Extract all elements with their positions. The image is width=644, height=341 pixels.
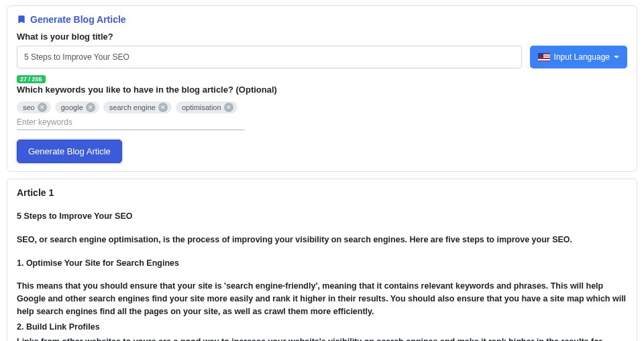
generate-button[interactable]: Generate Blog Article (17, 140, 122, 163)
article-heading: Article 1 (17, 187, 627, 198)
step1-body: This means that you should ensure that y… (17, 280, 627, 318)
keywords-label: Which keywords you like to have in the b… (17, 85, 627, 95)
char-counter: 27 / 255 (17, 75, 46, 83)
keywords-field[interactable]: seo ✕ google ✕ search engine ✕ optimisat… (17, 99, 245, 130)
title-label: What is your blog title? (17, 32, 627, 42)
input-language-button[interactable]: Input Language (530, 46, 627, 68)
flag-us-icon (538, 53, 550, 61)
generate-form-card: Generate Blog Article What is your blog … (7, 5, 637, 172)
bookmark-icon (17, 15, 26, 24)
card-title: Generate Blog Article (30, 14, 126, 25)
remove-keyword-icon[interactable]: ✕ (38, 103, 47, 112)
keywords-input[interactable] (17, 117, 245, 127)
step2-head: 2. Build Link Profiles (17, 321, 627, 334)
step2-row: Links from other websites to yours are a… (17, 336, 627, 341)
keyword-chip: seo ✕ (17, 101, 51, 113)
article-title: 5 Steps to Improve Your SEO (17, 210, 627, 223)
card-header: Generate Blog Article (17, 14, 627, 25)
article-body: 5 Steps to Improve Your SEO SEO, or sear… (17, 210, 627, 341)
remove-keyword-icon[interactable]: ✕ (158, 103, 168, 112)
chevron-down-icon (614, 56, 619, 58)
article-intro: SEO, or search engine optimisation, is t… (17, 234, 627, 246)
article-card: Article 1 5 Steps to Improve Your SEO SE… (7, 179, 637, 341)
step1-head: 1. Optimise Your Site for Search Engines (17, 257, 627, 270)
remove-keyword-icon[interactable]: ✕ (224, 103, 233, 112)
remove-keyword-icon[interactable]: ✕ (86, 103, 95, 112)
blog-title-input[interactable] (17, 46, 522, 68)
keyword-chip: optimisation ✕ (176, 101, 237, 113)
keyword-chip: google ✕ (55, 101, 99, 113)
keyword-chip: search engine ✕ (103, 101, 172, 113)
